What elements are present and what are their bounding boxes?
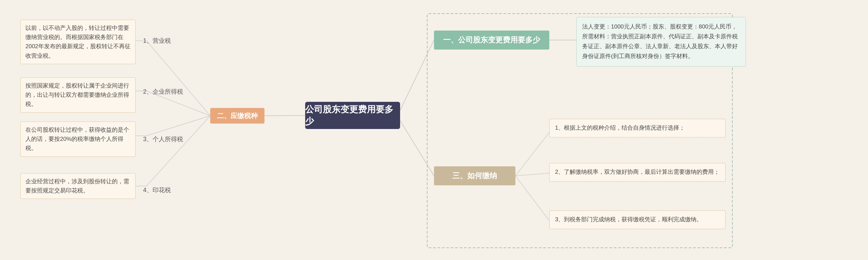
svg-line-13 <box>515 173 549 176</box>
left-branch-node: 二、应缴税种 <box>210 108 264 124</box>
right-branch-3-label: 三、如何缴纳 <box>452 171 497 181</box>
mind-map: 公司股东变更费用要多少 二、应缴税种 以前，以不动产入股的，转让过程中需要缴纳营… <box>0 0 868 260</box>
svg-line-11 <box>400 120 434 176</box>
right-bottom-leaf-1: 1、根据上文的税种介绍，结合自身情况进行选择； <box>549 119 726 137</box>
left-leaf-4-text: 企业经营过程中，涉及到股份转让的，需要按照规定交易印花税。 <box>25 178 129 194</box>
right-bottom-leaf-2: 2、了解缴纳税率，双方做好协商，最后计算出需要缴纳的费用； <box>549 163 726 182</box>
svg-line-6 <box>146 116 210 136</box>
right-bottom-leaf-2-text: 2、了解缴纳税率，双方做好协商，最后计算出需要缴纳的费用； <box>555 169 719 175</box>
connector-label-4: 4、印花税 <box>143 186 171 194</box>
svg-line-0 <box>264 115 305 116</box>
svg-line-9 <box>400 40 434 110</box>
connector-label-2: 2、企业所得税 <box>143 88 183 96</box>
svg-line-12 <box>515 132 549 176</box>
left-leaf-3: 在公司股权转让过程中，获得收益的是个人的话，要按20%的税率缴纳个人所得税。 <box>20 122 136 157</box>
left-leaf-1-text: 以前，以不动产入股的，转让过程中需要缴纳营业税的。而根据国家税务部门在2002年… <box>25 25 131 59</box>
left-leaf-1: 以前，以不动产入股的，转让过程中需要缴纳营业税的。而根据国家税务部门在2002年… <box>20 20 136 64</box>
right-branch-1-label: 一、公司股东变更费用要多少 <box>443 35 540 45</box>
svg-line-8 <box>146 116 210 186</box>
central-node: 公司股东变更费用要多少 <box>305 102 400 129</box>
svg-line-2 <box>146 41 210 116</box>
right-bottom-leaf-3: 3、到税务部门完成纳税，获得缴税凭证，顺利完成缴纳。 <box>549 210 726 229</box>
central-label: 公司股东变更费用要多少 <box>305 104 400 127</box>
right-branch-3-node: 三、如何缴纳 <box>434 166 515 185</box>
left-leaf-2-text: 按照国家规定，股权转让属于企业间进行的，出让与转让双方都需要缴纳企业所得税。 <box>25 82 129 107</box>
connector-label-3: 3、个人所得税 <box>143 135 183 143</box>
right-bottom-leaf-1-text: 1、根据上文的税种介绍，结合自身情况进行选择； <box>555 125 685 131</box>
left-leaf-4: 企业经营过程中，涉及到股份转让的，需要按照规定交易印花税。 <box>20 173 136 199</box>
right-bottom-leaf-3-text: 3、到税务部门完成纳税，获得缴税凭证，顺利完成缴纳。 <box>555 216 702 223</box>
right-top-leaf-text: 法人变更：1000元人民币；股东、股权变更：800元人民币，所需材料：营业执照正… <box>582 23 738 59</box>
right-top-leaf: 法人变更：1000元人民币；股东、股权变更：800元人民币，所需材料：营业执照正… <box>576 17 746 67</box>
svg-line-14 <box>515 176 549 221</box>
left-branch-label: 二、应缴税种 <box>217 111 258 120</box>
right-branch-1-node: 一、公司股东变更费用要多少 <box>434 31 549 50</box>
left-leaf-2: 按照国家规定，股权转让属于企业间进行的，出让与转让双方都需要缴纳企业所得税。 <box>20 77 136 113</box>
connector-label-1: 1、营业税 <box>143 37 171 45</box>
left-leaf-3-text: 在公司股权转让过程中，获得收益的是个人的话，要按20%的税率缴纳个人所得税。 <box>25 127 129 151</box>
